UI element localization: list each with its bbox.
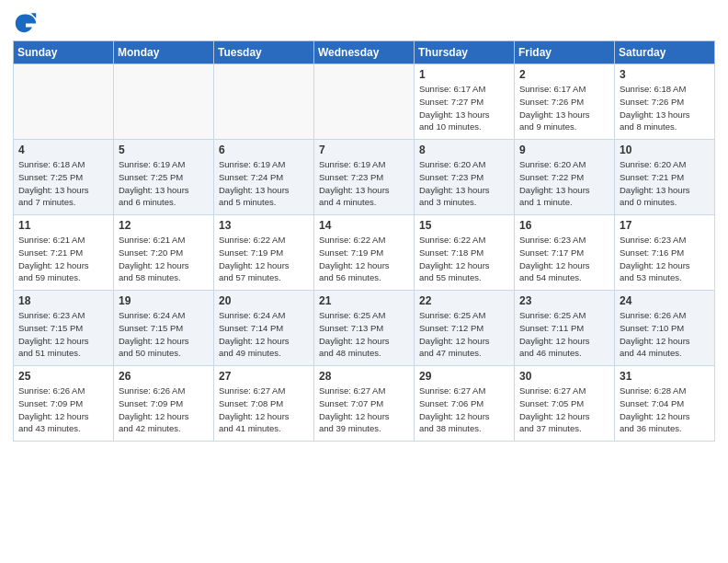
day-cell [114,64,214,140]
day-number: 4 [18,144,108,156]
day-number: 15 [419,219,509,232]
week-row-3: 11Sunrise: 6:21 AM Sunset: 7:21 PM Dayli… [14,215,715,291]
weekday-wednesday: Wednesday [314,41,415,64]
day-cell: 22Sunrise: 6:25 AM Sunset: 7:12 PM Dayli… [415,291,515,366]
day-number: 19 [119,294,209,307]
day-info: Sunrise: 6:21 AM Sunset: 7:20 PM Dayligh… [119,234,209,284]
day-cell: 12Sunrise: 6:21 AM Sunset: 7:20 PM Dayli… [114,215,214,291]
day-info: Sunrise: 6:27 AM Sunset: 7:08 PM Dayligh… [219,385,309,435]
day-info: Sunrise: 6:17 AM Sunset: 7:27 PM Dayligh… [419,83,509,133]
day-cell: 31Sunrise: 6:28 AM Sunset: 7:04 PM Dayli… [615,366,715,442]
day-cell: 1Sunrise: 6:17 AM Sunset: 7:27 PM Daylig… [415,64,515,140]
day-info: Sunrise: 6:20 AM Sunset: 7:21 PM Dayligh… [620,158,710,209]
weekday-sunday: Sunday [14,41,114,64]
day-number: 1 [419,68,509,81]
weekday-friday: Friday [515,41,615,64]
day-number: 18 [18,294,108,307]
day-number: 29 [419,370,509,383]
day-cell: 11Sunrise: 6:21 AM Sunset: 7:21 PM Dayli… [14,215,114,291]
day-cell: 27Sunrise: 6:27 AM Sunset: 7:08 PM Dayli… [214,366,314,442]
day-cell: 5Sunrise: 6:19 AM Sunset: 7:25 PM Daylig… [114,140,214,215]
day-info: Sunrise: 6:27 AM Sunset: 7:06 PM Dayligh… [419,385,509,435]
day-cell: 21Sunrise: 6:25 AM Sunset: 7:13 PM Dayli… [314,291,415,366]
day-cell: 20Sunrise: 6:24 AM Sunset: 7:14 PM Dayli… [214,291,314,366]
day-cell [214,64,314,140]
day-info: Sunrise: 6:26 AM Sunset: 7:09 PM Dayligh… [119,385,209,435]
day-info: Sunrise: 6:24 AM Sunset: 7:14 PM Dayligh… [219,309,309,360]
day-cell: 9Sunrise: 6:20 AM Sunset: 7:22 PM Daylig… [515,140,615,215]
day-cell: 8Sunrise: 6:20 AM Sunset: 7:23 PM Daylig… [415,140,515,215]
day-cell [14,64,114,140]
day-info: Sunrise: 6:28 AM Sunset: 7:04 PM Dayligh… [620,385,710,435]
day-cell: 16Sunrise: 6:23 AM Sunset: 7:17 PM Dayli… [515,215,615,291]
day-info: Sunrise: 6:19 AM Sunset: 7:24 PM Dayligh… [219,158,309,209]
day-number: 20 [219,294,309,307]
day-cell: 14Sunrise: 6:22 AM Sunset: 7:19 PM Dayli… [314,215,415,291]
day-info: Sunrise: 6:17 AM Sunset: 7:26 PM Dayligh… [519,83,609,133]
day-number: 14 [319,219,409,232]
week-row-2: 4Sunrise: 6:18 AM Sunset: 7:25 PM Daylig… [14,140,715,215]
day-info: Sunrise: 6:19 AM Sunset: 7:25 PM Dayligh… [119,158,209,209]
day-number: 12 [119,219,209,232]
day-info: Sunrise: 6:26 AM Sunset: 7:10 PM Dayligh… [620,309,710,360]
day-info: Sunrise: 6:20 AM Sunset: 7:22 PM Dayligh… [519,158,609,209]
day-cell: 28Sunrise: 6:27 AM Sunset: 7:07 PM Dayli… [314,366,415,442]
day-info: Sunrise: 6:20 AM Sunset: 7:23 PM Dayligh… [419,158,509,209]
day-cell: 18Sunrise: 6:23 AM Sunset: 7:15 PM Dayli… [14,291,114,366]
day-number: 7 [319,144,409,156]
day-number: 13 [219,219,309,232]
day-info: Sunrise: 6:22 AM Sunset: 7:18 PM Dayligh… [419,234,509,284]
day-cell: 10Sunrise: 6:20 AM Sunset: 7:21 PM Dayli… [615,140,715,215]
day-info: Sunrise: 6:19 AM Sunset: 7:23 PM Dayligh… [319,158,409,209]
day-number: 10 [620,144,710,156]
day-number: 16 [519,219,609,232]
weekday-header-row: SundayMondayTuesdayWednesdayThursdayFrid… [14,41,715,64]
logo [13,9,42,35]
day-number: 31 [620,370,710,383]
day-info: Sunrise: 6:18 AM Sunset: 7:25 PM Dayligh… [18,158,108,209]
day-cell: 13Sunrise: 6:22 AM Sunset: 7:19 PM Dayli… [214,215,314,291]
day-number: 8 [419,144,509,156]
day-cell: 3Sunrise: 6:18 AM Sunset: 7:26 PM Daylig… [615,64,715,140]
day-info: Sunrise: 6:26 AM Sunset: 7:09 PM Dayligh… [18,385,108,435]
day-number: 25 [18,370,108,383]
day-number: 24 [620,294,710,307]
day-number: 17 [620,219,710,232]
day-cell: 7Sunrise: 6:19 AM Sunset: 7:23 PM Daylig… [314,140,415,215]
day-cell: 30Sunrise: 6:27 AM Sunset: 7:05 PM Dayli… [515,366,615,442]
day-cell: 24Sunrise: 6:26 AM Sunset: 7:10 PM Dayli… [615,291,715,366]
day-info: Sunrise: 6:23 AM Sunset: 7:15 PM Dayligh… [18,309,108,360]
day-cell: 15Sunrise: 6:22 AM Sunset: 7:18 PM Dayli… [415,215,515,291]
day-cell [314,64,415,140]
weekday-tuesday: Tuesday [214,41,314,64]
calendar-table: SundayMondayTuesdayWednesdayThursdayFrid… [13,40,715,442]
day-info: Sunrise: 6:18 AM Sunset: 7:26 PM Dayligh… [620,83,710,133]
day-number: 30 [519,370,609,383]
weekday-monday: Monday [114,41,214,64]
day-info: Sunrise: 6:23 AM Sunset: 7:17 PM Dayligh… [519,234,609,284]
day-info: Sunrise: 6:25 AM Sunset: 7:13 PM Dayligh… [319,309,409,360]
day-number: 9 [519,144,609,156]
day-info: Sunrise: 6:24 AM Sunset: 7:15 PM Dayligh… [119,309,209,360]
weekday-thursday: Thursday [415,41,515,64]
calendar-body: 1Sunrise: 6:17 AM Sunset: 7:27 PM Daylig… [14,64,715,442]
page-header [13,9,715,35]
logo-icon [13,9,39,35]
day-cell: 26Sunrise: 6:26 AM Sunset: 7:09 PM Dayli… [114,366,214,442]
day-cell: 17Sunrise: 6:23 AM Sunset: 7:16 PM Dayli… [615,215,715,291]
day-info: Sunrise: 6:22 AM Sunset: 7:19 PM Dayligh… [219,234,309,284]
day-number: 26 [119,370,209,383]
day-info: Sunrise: 6:22 AM Sunset: 7:19 PM Dayligh… [319,234,409,284]
day-cell: 19Sunrise: 6:24 AM Sunset: 7:15 PM Dayli… [114,291,214,366]
day-info: Sunrise: 6:21 AM Sunset: 7:21 PM Dayligh… [18,234,108,284]
day-number: 27 [219,370,309,383]
day-number: 21 [319,294,409,307]
week-row-5: 25Sunrise: 6:26 AM Sunset: 7:09 PM Dayli… [14,366,715,442]
day-info: Sunrise: 6:25 AM Sunset: 7:11 PM Dayligh… [519,309,609,360]
day-cell: 6Sunrise: 6:19 AM Sunset: 7:24 PM Daylig… [214,140,314,215]
weekday-saturday: Saturday [615,41,715,64]
calendar-header: SundayMondayTuesdayWednesdayThursdayFrid… [14,41,715,64]
day-cell: 29Sunrise: 6:27 AM Sunset: 7:06 PM Dayli… [415,366,515,442]
day-number: 22 [419,294,509,307]
day-cell: 23Sunrise: 6:25 AM Sunset: 7:11 PM Dayli… [515,291,615,366]
